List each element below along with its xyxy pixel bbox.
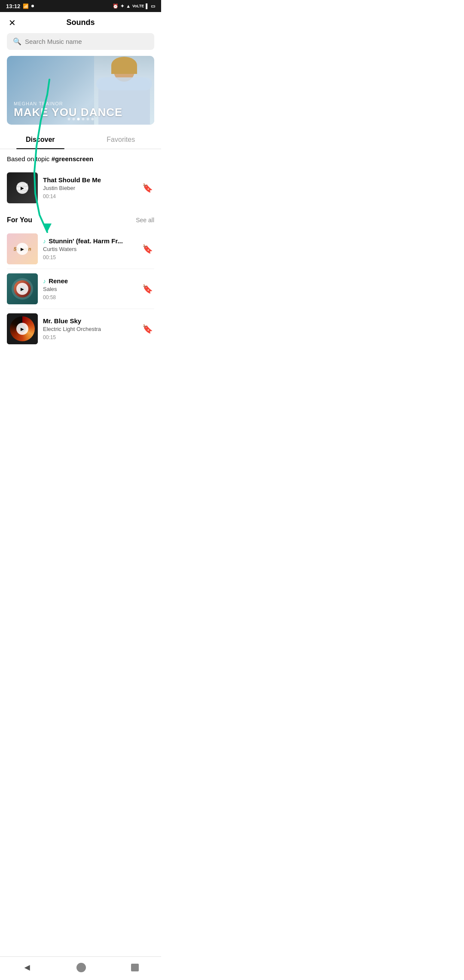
music-artist-mrblue: Electric Light Orchestra: [43, 326, 135, 332]
music-thumb-mrblue[interactable]: ▶: [7, 313, 38, 344]
search-input[interactable]: [25, 38, 148, 45]
banner-dot-4: [82, 118, 84, 120]
music-thumb-justin[interactable]: JUSTIN BIEBER WORLD ▶: [7, 172, 38, 203]
music-info-justin: That Should Be Me Justin Bieber 00:14: [43, 176, 135, 199]
tabs: Discover Favorites: [0, 131, 161, 149]
battery-icon: ▭: [151, 3, 155, 9]
bookmark-button-justin[interactable]: 🔖: [140, 181, 154, 195]
bookmark-icon-stunnin: 🔖: [142, 244, 153, 254]
music-info-mrblue: Mr. Blue Sky Electric Light Orchestra 00…: [43, 317, 135, 340]
nav-stop-button[interactable]: [131, 964, 139, 971]
music-thumb-renee[interactable]: ▶: [7, 273, 38, 304]
bookmark-icon-justin: 🔖: [142, 183, 153, 193]
music-title-renee: ♪ Renee: [43, 277, 135, 285]
search-container: 🔍: [0, 33, 161, 56]
status-time: 13:12: [6, 3, 20, 9]
search-icon: 🔍: [13, 37, 21, 46]
music-item-renee: ▶ ♪ Renee Sales 00:58 🔖: [7, 269, 154, 309]
nav-back-button[interactable]: ◄: [22, 962, 32, 973]
close-button[interactable]: ✕: [7, 16, 18, 30]
topic-header: Based on topic #greenscreen: [7, 155, 154, 163]
tab-discover[interactable]: Discover: [0, 131, 81, 149]
header: ✕ Sounds: [0, 12, 161, 33]
music-duration-renee: 00:58: [43, 294, 135, 300]
status-left: 13:12 📶: [6, 3, 34, 9]
header-title: Sounds: [67, 18, 95, 27]
play-button-mrblue[interactable]: ▶: [16, 323, 28, 335]
music-artist-stunnin: Curtis Waters: [43, 246, 135, 252]
banner-song-title: MAKE YOU DANCE: [14, 106, 122, 119]
music-artist-justin: Justin Bieber: [43, 185, 135, 191]
banner-dot-3: [77, 118, 79, 120]
for-you-header: For You See all: [7, 216, 154, 224]
bluetooth-icon: ✦: [120, 3, 124, 9]
status-bar: 13:12 📶 ⏰ ✦ ▲ VoLTE ▌ ▭: [0, 0, 161, 12]
banner-dot-2: [72, 118, 75, 120]
bottom-nav: ◄: [0, 956, 161, 980]
bookmark-icon-mrblue: 🔖: [142, 324, 153, 334]
music-title-justin: That Should Be Me: [43, 176, 135, 184]
topic-tag: #greenscreen: [52, 155, 94, 162]
back-icon: ◄: [22, 962, 32, 973]
banner-dot-5: [86, 118, 89, 120]
see-all-button[interactable]: See all: [136, 217, 154, 224]
play-button-renee[interactable]: ▶: [16, 283, 28, 295]
music-duration-justin: 00:14: [43, 193, 135, 199]
home-icon: [76, 963, 86, 972]
alarm-icon: ⏰: [113, 3, 119, 9]
status-right: ⏰ ✦ ▲ VoLTE ▌ ▭: [113, 3, 155, 9]
content-scroll: ✕ Sounds 🔍 MEGHAN TRAINOR MAKE YOU DANCE: [0, 12, 161, 386]
tiktok-icon-stunnin: ♪: [43, 238, 46, 245]
music-info-renee: ♪ Renee Sales 00:58: [43, 277, 135, 300]
for-you-section: For You See all Stunnin ▶ ♪ Stunnin' (fe…: [0, 210, 161, 351]
lte-icon: VoLTE: [132, 4, 144, 8]
music-info-stunnin: ♪ Stunnin' (feat. Harm Fr... Curtis Wate…: [43, 237, 135, 260]
music-title-stunnin: ♪ Stunnin' (feat. Harm Fr...: [43, 237, 135, 245]
wifi-icon: ▲: [126, 3, 131, 9]
music-thumb-stunnin[interactable]: Stunnin ▶: [7, 233, 38, 264]
banner-dots: [67, 118, 94, 120]
discover-section: Based on topic #greenscreen JUSTIN BIEBE…: [0, 149, 161, 210]
tab-favorites[interactable]: Favorites: [81, 131, 162, 149]
stop-icon: [131, 964, 139, 971]
music-item-stunnin: Stunnin ▶ ♪ Stunnin' (feat. Harm Fr... C…: [7, 229, 154, 269]
topic-based-label: Based on topic: [7, 155, 49, 162]
banner-dot-1: [67, 118, 70, 120]
nav-home-button[interactable]: [76, 963, 86, 972]
bookmark-icon-renee: 🔖: [142, 284, 153, 294]
banner-dot-6: [91, 118, 94, 120]
for-you-title: For You: [7, 216, 32, 224]
play-button-stunnin[interactable]: ▶: [16, 243, 28, 255]
music-item-justin: JUSTIN BIEBER WORLD ▶ That Should Be Me …: [7, 168, 154, 208]
music-duration-mrblue: 00:15: [43, 334, 135, 340]
tiktok-icon-renee: ♪: [43, 278, 46, 285]
play-button-justin[interactable]: ▶: [16, 182, 28, 194]
bookmark-button-stunnin[interactable]: 🔖: [140, 242, 154, 256]
search-bar: 🔍: [7, 33, 154, 50]
music-duration-stunnin: 00:15: [43, 254, 135, 260]
sound-wave-icon: 📶: [23, 3, 29, 9]
signal-icon: ▌: [146, 3, 149, 9]
notification-dot: [31, 5, 34, 7]
music-item-mrblue: ▶ Mr. Blue Sky Electric Light Orchestra …: [7, 309, 154, 349]
music-artist-renee: Sales: [43, 286, 135, 292]
bookmark-button-renee[interactable]: 🔖: [140, 282, 154, 296]
bookmark-button-mrblue[interactable]: 🔖: [140, 322, 154, 336]
banner[interactable]: MEGHAN TRAINOR MAKE YOU DANCE: [7, 56, 154, 125]
music-title-mrblue: Mr. Blue Sky: [43, 317, 135, 325]
